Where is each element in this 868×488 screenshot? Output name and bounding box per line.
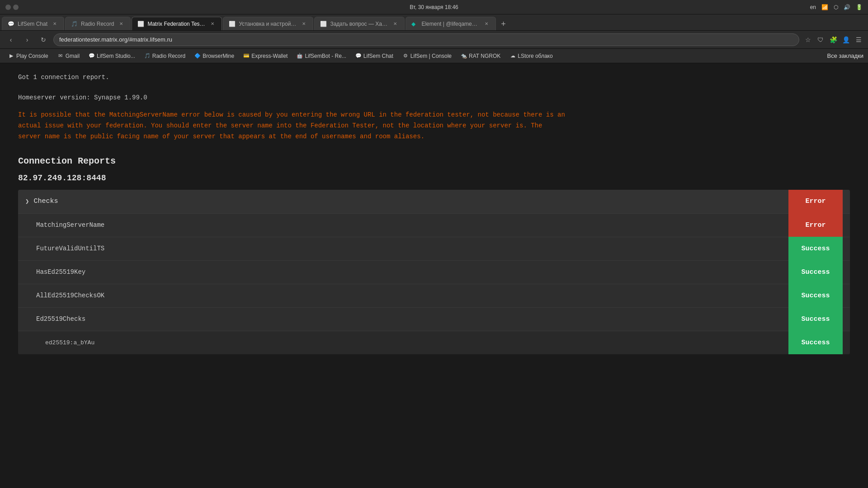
bluetooth-icon: ⬡ bbox=[834, 4, 838, 10]
dot-2 bbox=[13, 5, 19, 10]
pre-text: Got 1 connection report. Homeserver vers… bbox=[18, 72, 850, 103]
bookmark-lifesembot-icon: 🤖 bbox=[297, 53, 303, 59]
check-futurevaliduntilts-label: FutureValidUntilTS bbox=[36, 245, 788, 252]
bookmark-lstore[interactable]: ☁ LStore облако bbox=[506, 52, 556, 60]
new-tab-button[interactable]: + bbox=[497, 18, 509, 30]
tab-install-favicon: ⬜ bbox=[229, 21, 235, 27]
bookmark-radio[interactable]: 🎵 Radio Record bbox=[141, 52, 189, 60]
chevron-down-icon: ❯ bbox=[25, 197, 29, 205]
tab-install[interactable]: ⬜ Установка и настройка... ✕ bbox=[223, 17, 313, 30]
tab-matrix[interactable]: ⬜ Matrix Federation Tester ✕ bbox=[132, 17, 222, 30]
bookmark-express-wallet-label: Express-Wallet bbox=[251, 53, 288, 59]
tab-radio-favicon: 🎵 bbox=[71, 21, 77, 27]
check-row-matchingservername: MatchingServerName Error bbox=[18, 213, 850, 237]
bookmark-lstore-label: LStore облако bbox=[518, 53, 552, 59]
main-content: Got 1 connection report. Homeserver vers… bbox=[0, 63, 868, 488]
bookmark-lifesem-studio[interactable]: 💬 LifSem Studio... bbox=[85, 52, 139, 60]
tab-install-label: Установка и настройка... bbox=[239, 21, 297, 27]
titlebar-left bbox=[5, 5, 19, 10]
tabbar: 💬 LifSem Chat ✕ 🎵 Radio Record ✕ ⬜ Matri… bbox=[0, 14, 868, 31]
bookmark-lifesembot-label: LifSemBot - Re... bbox=[305, 53, 346, 59]
bookmark-playconsole[interactable]: ▶ Play Console bbox=[5, 52, 52, 60]
bookmark-gmail[interactable]: ✉ Gmail bbox=[54, 52, 83, 60]
checks-status-badge: Error bbox=[788, 190, 843, 213]
tab-radio-label: Radio Record bbox=[81, 21, 114, 27]
tab-habr[interactable]: ⬜ Задать вопрос — Хабр... ✕ bbox=[314, 17, 405, 30]
bookmarksbar: ▶ Play Console ✉ Gmail 💬 LifSem Studio..… bbox=[0, 49, 868, 63]
check-ed25519checks-label: Ed25519Checks bbox=[36, 315, 788, 323]
tab-element-favicon: ◆ bbox=[411, 21, 418, 27]
lang-indicator: en bbox=[810, 4, 816, 10]
volume-icon: 🔊 bbox=[844, 4, 850, 10]
bookmark-browsermine[interactable]: 🔷 BrowserMine bbox=[191, 52, 238, 60]
tab-lifesem-label: LifSem Chat bbox=[18, 21, 47, 27]
titlebar-datetime: Вт, 30 января 18:46 bbox=[410, 4, 458, 10]
sub-check-ed25519-byau-status: Success bbox=[788, 331, 843, 354]
sub-check-row-ed25519-byau: ed25519:a_bYAu Success bbox=[18, 331, 850, 354]
bookmark-gmail-icon: ✉ bbox=[57, 53, 64, 59]
profile-icon[interactable]: 👤 bbox=[841, 35, 851, 45]
tab-habr-label: Задать вопрос — Хабр... bbox=[330, 21, 388, 27]
bookmark-rat-ngrok-label: RAT NGROK bbox=[469, 53, 500, 59]
addressbar-actions: ☆ 🛡 🧩 👤 ☰ bbox=[803, 35, 863, 45]
tab-element-close[interactable]: ✕ bbox=[483, 20, 490, 28]
tab-habr-close[interactable]: ✕ bbox=[392, 20, 399, 28]
bookmark-star-icon[interactable]: ☆ bbox=[803, 35, 813, 45]
tab-element[interactable]: ◆ Element | @lifeqameyt... ✕ bbox=[406, 17, 496, 30]
window-dots bbox=[5, 5, 19, 10]
bookmark-lifsem-console-label: LifSem | Console bbox=[410, 53, 452, 59]
all-bookmarks[interactable]: Все закладки bbox=[827, 52, 863, 59]
extensions-icon[interactable]: 🧩 bbox=[828, 35, 838, 45]
tab-habr-favicon: ⬜ bbox=[320, 21, 326, 27]
bookmark-lifesem-chat-icon: 💬 bbox=[355, 53, 362, 59]
check-row-ed25519checks: Ed25519Checks Success bbox=[18, 307, 850, 331]
bookmark-radio-label: Radio Record bbox=[152, 53, 185, 59]
bookmark-lifesem-studio-label: LifSem Studio... bbox=[97, 53, 135, 59]
tab-element-label: Element | @lifeqameyt... bbox=[421, 21, 479, 27]
address-input[interactable] bbox=[53, 33, 799, 46]
section-title: Connection Reports bbox=[18, 156, 850, 166]
tab-matrix-label: Matrix Federation Tester bbox=[147, 21, 205, 27]
addressbar: ‹ › ↻ ☆ 🛡 🧩 👤 ☰ bbox=[0, 31, 868, 49]
bookmark-playconsole-label: Play Console bbox=[16, 53, 48, 59]
tab-install-close[interactable]: ✕ bbox=[300, 20, 307, 28]
tab-lifesem[interactable]: 💬 LifSem Chat ✕ bbox=[2, 17, 64, 30]
titlebar-right: en 📶 ⬡ 🔊 🔋 bbox=[810, 4, 863, 10]
bookmark-lifsem-console-icon: ⚙ bbox=[402, 53, 409, 59]
forward-button[interactable]: › bbox=[21, 33, 33, 46]
bookmark-playconsole-icon: ▶ bbox=[8, 53, 14, 59]
tab-radio[interactable]: 🎵 Radio Record ✕ bbox=[65, 17, 131, 30]
checks-header-row[interactable]: ❯ Checks Error bbox=[18, 190, 850, 213]
wifi-icon: 📶 bbox=[821, 4, 828, 10]
warning-text: It is possible that the MatchingServerNa… bbox=[18, 110, 850, 142]
back-button[interactable]: ‹ bbox=[5, 33, 17, 46]
battery-icon: 🔋 bbox=[856, 4, 863, 10]
bookmark-rat-ngrok-icon: 🐀 bbox=[461, 53, 467, 59]
tab-radio-close[interactable]: ✕ bbox=[118, 20, 125, 28]
menu-icon[interactable]: ☰ bbox=[854, 35, 863, 45]
tab-lifesem-close[interactable]: ✕ bbox=[51, 20, 58, 28]
sub-check-ed25519-byau-label: ed25519:a_bYAu bbox=[45, 339, 788, 346]
bookmark-rat-ngrok[interactable]: 🐀 RAT NGROK bbox=[457, 52, 504, 60]
titlebar: Вт, 30 января 18:46 en 📶 ⬡ 🔊 🔋 bbox=[0, 0, 868, 14]
bookmark-radio-icon: 🎵 bbox=[144, 53, 151, 59]
bookmark-lifsem-console[interactable]: ⚙ LifSem | Console bbox=[399, 52, 455, 60]
check-futurevaliduntilts-status: Success bbox=[788, 237, 843, 260]
shield-icon[interactable]: 🛡 bbox=[816, 35, 826, 45]
reload-button[interactable]: ↻ bbox=[37, 33, 50, 46]
bookmark-browsermine-icon: 🔷 bbox=[194, 53, 201, 59]
bookmark-lifesembot[interactable]: 🤖 LifSemBot - Re... bbox=[293, 52, 349, 60]
tab-lifesem-favicon: 💬 bbox=[8, 21, 14, 27]
tab-matrix-favicon: ⬜ bbox=[137, 21, 144, 27]
check-row-alled25519checksok: AllEd25519ChecksOK Success bbox=[18, 284, 850, 307]
checks-header-label: ❯ Checks bbox=[25, 197, 788, 205]
check-row-futurevaliduntilts: FutureValidUntilTS Success bbox=[18, 237, 850, 260]
bookmark-lstore-icon: ☁ bbox=[509, 53, 516, 59]
checks-container: ❯ Checks Error MatchingServerName Error … bbox=[18, 190, 850, 354]
bookmark-express-wallet[interactable]: 💳 Express-Wallet bbox=[240, 52, 291, 60]
check-hased25519key-label: HasEd25519Key bbox=[36, 268, 788, 276]
bookmark-lifesem-chat-label: LifSem Chat bbox=[363, 53, 393, 59]
tab-matrix-close[interactable]: ✕ bbox=[209, 20, 216, 28]
check-hased25519key-status: Success bbox=[788, 260, 843, 284]
bookmark-lifesem-chat[interactable]: 💬 LifSem Chat bbox=[352, 52, 397, 60]
